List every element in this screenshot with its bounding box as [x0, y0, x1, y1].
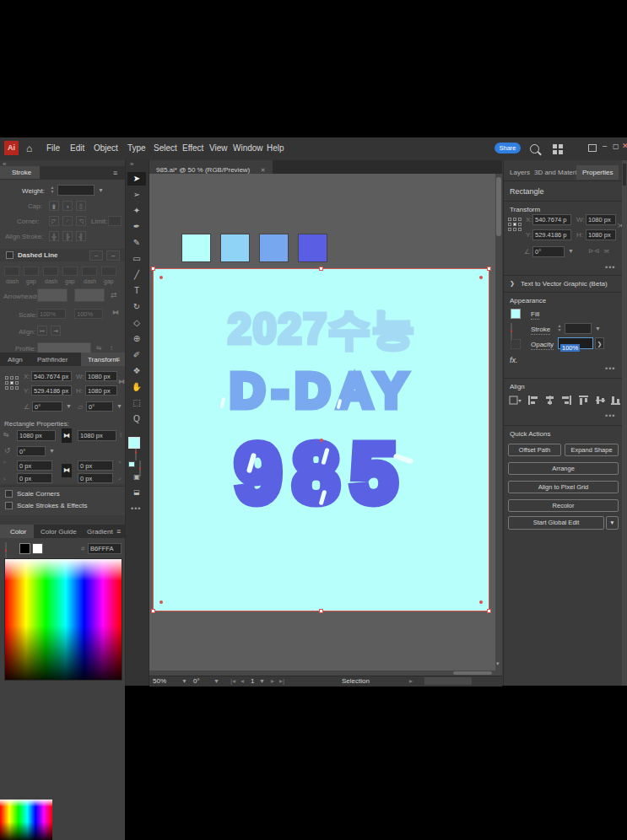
- dash-scale-field-2[interactable]: 100%: [74, 309, 103, 319]
- document-tab[interactable]: 985.ai* @ 50 % (RGB/Preview) ✕: [149, 160, 273, 174]
- props-h-field[interactable]: 1080 px: [586, 229, 616, 240]
- artboard-nav-prev-icon[interactable]: ◂: [241, 677, 244, 686]
- rect-rotation-dropdown[interactable]: 0°: [17, 446, 46, 456]
- align-h-center-icon[interactable]: [544, 395, 555, 406]
- corner-bevel-button[interactable]: ◹: [76, 216, 86, 226]
- dash-field-1[interactable]: [4, 267, 19, 276]
- profile-flip-h-icon[interactable]: ⇋: [96, 344, 102, 352]
- align-stroke-center-button[interactable]: ╬: [49, 231, 59, 241]
- document-tab-close-icon[interactable]: ✕: [261, 167, 266, 173]
- tab-align[interactable]: Align: [8, 356, 23, 363]
- global-edit-dropdown-button[interactable]: ▾: [606, 516, 619, 530]
- line-segment-tool[interactable]: ╱: [127, 268, 146, 282]
- share-button[interactable]: Share: [495, 143, 521, 153]
- stroke-panel-header[interactable]: Stroke ≡: [0, 166, 125, 180]
- transform-panel-menu-icon[interactable]: ≡: [116, 355, 120, 363]
- selection-handle-nw[interactable]: [151, 267, 155, 271]
- cap-round-button[interactable]: ◖: [62, 201, 73, 211]
- palette-swatch-2[interactable]: [220, 234, 250, 262]
- transform-h-field[interactable]: 1080 px: [85, 385, 117, 396]
- opacity-field[interactable]: 100%: [558, 337, 593, 349]
- tab-color[interactable]: Color: [0, 525, 34, 539]
- cap-butt-button[interactable]: ▮: [49, 201, 59, 211]
- recolor-button[interactable]: Recolor: [508, 499, 619, 512]
- props-angle-dropdown[interactable]: 0°: [532, 246, 565, 257]
- arrange-documents-icon[interactable]: [588, 144, 597, 152]
- dash-scale-field-1[interactable]: 100%: [37, 309, 66, 319]
- selection-handle-n[interactable]: [319, 267, 323, 271]
- arrowhead-align-tip-button[interactable]: ↦: [37, 326, 47, 336]
- rotate-tool[interactable]: ↻: [127, 300, 146, 314]
- arrowhead-swap-icon[interactable]: ⇄: [111, 291, 117, 299]
- shape-builder-tool[interactable]: ⊕: [127, 332, 146, 346]
- align-bottom-icon[interactable]: [610, 395, 621, 406]
- cap-projecting-button[interactable]: ▯: [76, 201, 86, 211]
- rotate-dropdown-icon[interactable]: ▼: [66, 403, 72, 409]
- zoom-tool[interactable]: Q: [127, 412, 146, 426]
- stroke-weight-field[interactable]: [57, 185, 95, 196]
- align-stroke-inside-button[interactable]: ╠: [62, 231, 73, 241]
- gap-field-1[interactable]: [24, 267, 39, 276]
- dash-preserve-button[interactable]: ┄: [89, 250, 103, 261]
- opacity-expand-button[interactable]: ❯: [595, 337, 604, 349]
- fill-color-swatch[interactable]: [128, 437, 140, 449]
- dashed-line-checkbox[interactable]: [6, 251, 14, 259]
- palette-swatch-1[interactable]: [181, 234, 211, 262]
- corner-link-button[interactable]: ⧓: [62, 464, 72, 477]
- none-swatch[interactable]: [5, 542, 7, 558]
- scale-strokes-checkbox[interactable]: [5, 502, 13, 509]
- dash-align-button[interactable]: ┅: [106, 250, 120, 261]
- wh-link-button[interactable]: ⧓: [62, 428, 72, 443]
- selection-handle-se[interactable]: [487, 609, 491, 613]
- white-swatch[interactable]: [32, 543, 43, 554]
- black-swatch[interactable]: [19, 543, 30, 554]
- color-panel-menu-icon[interactable]: ≡: [116, 527, 121, 536]
- menu-file[interactable]: File: [46, 143, 60, 153]
- toolbar-expand-icon[interactable]: »: [130, 160, 133, 168]
- appearance-stroke-swatch[interactable]: [511, 323, 512, 339]
- direct-selection-tool[interactable]: ➢: [127, 188, 146, 202]
- start-global-edit-button[interactable]: Start Global Edit: [508, 516, 604, 530]
- draw-mode-button[interactable]: ▣: [127, 471, 146, 484]
- pen-tool[interactable]: ✒: [127, 220, 146, 234]
- home-icon[interactable]: ⌂: [26, 143, 32, 154]
- offset-path-button[interactable]: Offset Path: [508, 444, 561, 456]
- gap-field-3[interactable]: [101, 267, 116, 276]
- dash-field-3[interactable]: [82, 267, 97, 276]
- rectangle-tool[interactable]: ▭: [127, 252, 146, 266]
- type-tool[interactable]: T: [127, 284, 146, 298]
- menu-type[interactable]: Type: [127, 143, 146, 153]
- artboard[interactable]: 2027수능 D-DAY 985: [153, 268, 489, 611]
- magic-wand-tool[interactable]: ✦: [127, 204, 146, 218]
- menu-window[interactable]: Window: [233, 143, 263, 153]
- rect-width-field[interactable]: 1080 px: [17, 430, 56, 441]
- appearance-more-icon[interactable]: •••: [605, 364, 615, 373]
- transform-w-field[interactable]: 1080 px: [85, 371, 117, 381]
- appearance-stroke-label[interactable]: Stroke: [531, 326, 550, 335]
- corner-tl-field[interactable]: 0 px: [17, 460, 52, 471]
- canvas-area[interactable]: 2027수능 D-DAY 985: [149, 174, 495, 670]
- tab-gradient[interactable]: Gradient: [87, 528, 113, 536]
- artboard-nav-first-icon[interactable]: |◂: [230, 677, 235, 686]
- tab-color-guide[interactable]: Color Guide: [41, 528, 77, 536]
- menu-edit[interactable]: Edit: [70, 143, 84, 153]
- vscroll-thumb[interactable]: [496, 177, 501, 236]
- stroke-weight-dropdown-right[interactable]: [565, 323, 592, 334]
- t2v-expand-icon[interactable]: ❯: [510, 280, 515, 287]
- maximize-button[interactable]: ▢: [613, 143, 619, 150]
- appearance-fill-label[interactable]: Fill: [531, 310, 539, 320]
- stroke-weight-dropdown-icon-right[interactable]: ▼: [595, 326, 601, 331]
- props-reference-point-locator[interactable]: [508, 218, 522, 231]
- screen-mode-button[interactable]: ⬓: [127, 486, 146, 499]
- search-icon[interactable]: [530, 144, 539, 153]
- flip-horizontal-icon[interactable]: ⊳⊲: [588, 247, 599, 255]
- dash-field-2[interactable]: [43, 267, 58, 276]
- selection-handle-s[interactable]: [319, 609, 323, 613]
- arrowhead-start-dropdown[interactable]: [37, 288, 68, 302]
- rotation-dropdown[interactable]: 0°: [193, 677, 200, 686]
- align-v-center-icon[interactable]: [595, 395, 606, 406]
- align-right-icon[interactable]: [561, 395, 572, 406]
- menu-help[interactable]: Help: [267, 143, 284, 153]
- flip-vertical-icon[interactable]: ≍: [603, 247, 610, 256]
- scale-link-icon[interactable]: ⧓: [112, 309, 119, 316]
